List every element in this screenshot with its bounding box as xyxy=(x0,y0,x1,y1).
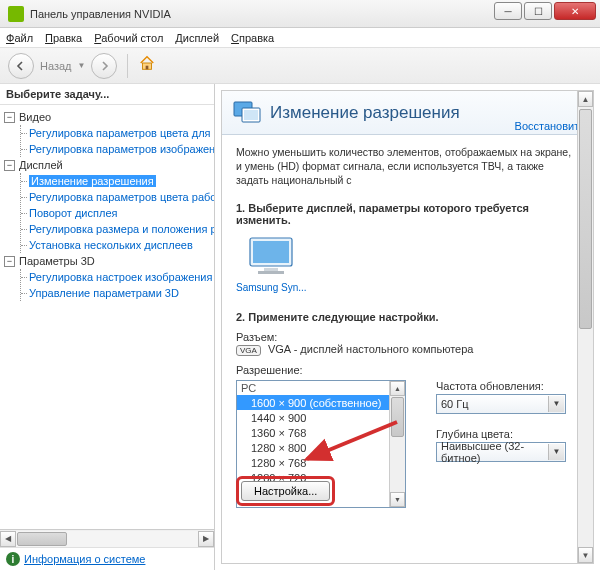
tree-item[interactable]: Поворот дисплея xyxy=(29,205,214,221)
scroll-thumb[interactable] xyxy=(17,532,67,546)
menu-display[interactable]: Дисплей xyxy=(175,32,219,44)
home-icon xyxy=(138,54,156,72)
sidebar-h-scrollbar[interactable]: ◀ ▶ xyxy=(0,529,214,547)
menu-help[interactable]: Справка xyxy=(231,32,274,44)
resolution-header-icon xyxy=(232,100,262,126)
list-item[interactable]: 1600 × 900 (собственное) xyxy=(237,395,405,410)
scroll-right-icon[interactable]: ▶ xyxy=(198,531,214,547)
scroll-down-icon[interactable]: ▼ xyxy=(390,492,405,507)
page-body: Можно уменьшить количество элементов, от… xyxy=(222,135,593,518)
settings-button-highlight: Настройка... xyxy=(236,476,335,506)
chevron-down-icon: ▼ xyxy=(548,444,564,460)
nvidia-app-icon xyxy=(8,6,24,22)
list-item[interactable]: 1440 × 900 xyxy=(237,410,405,425)
sidebar-footer: i Информация о системе xyxy=(0,547,214,570)
tree-item[interactable]: Управление параметрами 3D xyxy=(29,285,214,301)
tree-item[interactable]: Регулировка настроек изображения с пр xyxy=(29,269,214,285)
list-item[interactable]: 1280 × 800 xyxy=(237,440,405,455)
menu-edit[interactable]: Правка xyxy=(45,32,82,44)
system-info-link[interactable]: Информация о системе xyxy=(24,553,145,565)
main-split: Выберите задачу... − Видео Регулировка п… xyxy=(0,84,600,570)
svg-rect-6 xyxy=(253,241,289,263)
refresh-label: Частота обновления: xyxy=(436,380,566,392)
tree-group-display[interactable]: − Дисплей xyxy=(4,157,214,173)
arrow-right-icon xyxy=(98,60,110,72)
collapse-icon[interactable]: − xyxy=(4,112,15,123)
task-tree[interactable]: − Видео Регулировка параметров цвета для… xyxy=(0,105,214,529)
tree-item-change-resolution[interactable]: Изменение разрешения xyxy=(29,173,214,189)
page-header: Изменение разрешения Восстановить xyxy=(222,91,593,135)
scroll-thumb[interactable] xyxy=(391,397,404,437)
monitor-selector[interactable]: Samsung Syn... xyxy=(236,234,307,293)
scroll-thumb[interactable] xyxy=(579,109,592,329)
scroll-track[interactable] xyxy=(16,531,198,547)
collapse-icon[interactable]: − xyxy=(4,160,15,171)
minimize-button[interactable]: ─ xyxy=(494,2,522,20)
collapse-icon[interactable]: − xyxy=(4,256,15,267)
sidebar-header: Выберите задачу... xyxy=(0,84,214,105)
toolbar-separator xyxy=(127,54,128,78)
svg-rect-1 xyxy=(146,65,149,69)
tree-item[interactable]: Регулировка параметров цвета рабочег xyxy=(29,189,214,205)
color-depth-select[interactable]: Наивысшее (32-битное) ▼ xyxy=(436,442,566,462)
restore-defaults-link[interactable]: Восстановить xyxy=(515,120,585,132)
connector-label: Разъем: xyxy=(236,331,277,343)
connector-value: VGA - дисплей настольного компьютера xyxy=(268,343,474,355)
content-v-scrollbar[interactable]: ▲ ▼ xyxy=(577,91,593,563)
maximize-button[interactable]: ☐ xyxy=(524,2,552,20)
scroll-up-icon[interactable]: ▲ xyxy=(578,91,593,107)
task-sidebar: Выберите задачу... − Видео Регулировка п… xyxy=(0,84,215,570)
depth-value: Наивысшее (32-битное) xyxy=(441,440,561,464)
monitor-name: Samsung Syn... xyxy=(236,282,307,293)
scroll-up-icon[interactable]: ▲ xyxy=(390,381,405,396)
info-icon: i xyxy=(6,552,20,566)
arrow-left-icon xyxy=(15,60,27,72)
list-item[interactable]: 1360 × 768 xyxy=(237,425,405,440)
toolbar: Назад ▼ xyxy=(0,48,600,84)
back-label: Назад xyxy=(40,60,72,72)
resolution-label: Разрешение: xyxy=(236,364,579,376)
scroll-down-icon[interactable]: ▼ xyxy=(578,547,593,563)
tree-group-video[interactable]: − Видео xyxy=(4,109,214,125)
back-button[interactable] xyxy=(8,53,34,79)
tree-group-3d[interactable]: − Параметры 3D xyxy=(4,253,214,269)
monitor-icon xyxy=(244,234,298,278)
chevron-down-icon: ▼ xyxy=(548,396,564,412)
tree-item[interactable]: Регулировка параметров изображения д xyxy=(29,141,214,157)
back-dropdown-icon[interactable]: ▼ xyxy=(78,61,86,70)
menubar: Файл Правка Рабочий стол Дисплей Справка xyxy=(0,28,600,48)
connector-row: Разъем: VGA VGA - дисплей настольного ко… xyxy=(236,331,579,356)
svg-rect-7 xyxy=(264,268,278,271)
tree-item[interactable]: Установка нескольких дисплеев xyxy=(29,237,214,253)
menu-desktop[interactable]: Рабочий стол xyxy=(94,32,163,44)
titlebar: Панель управления NVIDIA ─ ☐ ✕ xyxy=(0,0,600,28)
vga-icon: VGA xyxy=(236,345,261,356)
forward-button[interactable] xyxy=(91,53,117,79)
content-area: Изменение разрешения Восстановить Можно … xyxy=(215,84,600,570)
svg-rect-4 xyxy=(244,110,258,120)
customize-button[interactable]: Настройка... xyxy=(241,481,330,501)
content-frame: Изменение разрешения Восстановить Можно … xyxy=(221,90,594,564)
refresh-value: 60 Гц xyxy=(441,398,469,410)
tree-item[interactable]: Регулировка параметров цвета для вид xyxy=(29,125,214,141)
list-item[interactable]: 1280 × 768 xyxy=(237,455,405,470)
svg-rect-8 xyxy=(258,271,284,274)
tree-item[interactable]: Регулировка размера и положения рабо xyxy=(29,221,214,237)
scroll-left-icon[interactable]: ◀ xyxy=(0,531,16,547)
intro-text: Можно уменьшить количество элементов, от… xyxy=(236,145,579,188)
listbox-group: PC xyxy=(237,381,405,395)
listbox-scrollbar[interactable]: ▲ ▼ xyxy=(389,381,405,507)
close-button[interactable]: ✕ xyxy=(554,2,596,20)
step2-label: 2. Примените следующие настройки. xyxy=(236,311,579,323)
menu-file[interactable]: Файл xyxy=(6,32,33,44)
depth-label: Глубина цвета: xyxy=(436,428,566,440)
home-button[interactable] xyxy=(138,54,162,78)
step1-label: 1. Выберите дисплей, параметры которого … xyxy=(236,202,579,226)
refresh-rate-select[interactable]: 60 Гц ▼ xyxy=(436,394,566,414)
